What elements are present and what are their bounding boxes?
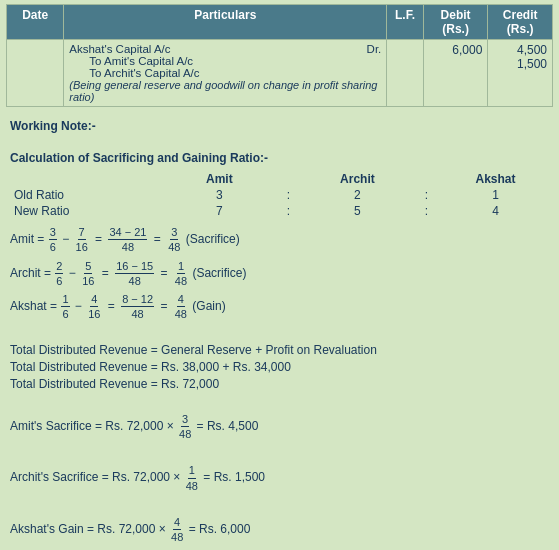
old-ratio-label: Old Ratio: [10, 187, 166, 203]
working-note-heading: Working Note:-: [10, 119, 549, 133]
header-debit: Debit(Rs.): [423, 5, 488, 40]
amit-sac-frac: 348: [178, 412, 192, 442]
header-particulars: Particulars: [64, 5, 387, 40]
particulars-line3: To Archit's Capital A/c: [69, 67, 381, 79]
ratio-sep1: [273, 171, 304, 187]
particulars-cell: Akshat's Capital A/c Dr. To Amit's Capit…: [64, 40, 387, 107]
amit-frac1: 36: [49, 225, 57, 255]
old-ratio-archit: 2: [304, 187, 411, 203]
archit-sacrifice: Archit's Sacrifice = Rs. 72,000 × 148 = …: [10, 463, 549, 493]
table-row: Akshat's Capital A/c Dr. To Amit's Capit…: [7, 40, 553, 107]
date-cell: [7, 40, 64, 107]
ratio-header-row: Amit Archit Akshat: [10, 171, 549, 187]
amit-frac3: 34 − 2148: [108, 225, 147, 255]
main-container: Date Particulars L.F. Debit(Rs.) Credit(…: [0, 0, 559, 550]
archit-frac1: 26: [55, 259, 63, 289]
journal-table: Date Particulars L.F. Debit(Rs.) Credit(…: [6, 4, 553, 107]
akshat-frac1: 16: [61, 292, 69, 322]
working-note-subheading: Calculation of Sacrificing and Gaining R…: [10, 151, 549, 165]
old-ratio-akshat: 1: [442, 187, 549, 203]
old-ratio-amit: 3: [166, 187, 273, 203]
ratio-sep2: [411, 171, 442, 187]
old-ratio-row: Old Ratio 3 : 2 : 1: [10, 187, 549, 203]
credit-cell: 4,500 1,500: [488, 40, 553, 107]
new-ratio-archit: 5: [304, 203, 411, 219]
total-line-1: Total Distributed Revenue = General Rese…: [10, 343, 549, 357]
archit-calculation: Archit = 26 − 516 = 16 − 1548 = 148 (Sac…: [10, 259, 549, 289]
new-ratio-label: New Ratio: [10, 203, 166, 219]
archit-sac-frac: 148: [185, 463, 199, 493]
total-line-2: Total Distributed Revenue = Rs. 38,000 +…: [10, 360, 549, 374]
particulars-note: (Being general reserve and goodwill on c…: [69, 79, 377, 103]
archit-frac2: 516: [81, 259, 95, 289]
total-line-3: Total Distributed Revenue = Rs. 72,000: [10, 377, 549, 391]
header-date: Date: [7, 5, 64, 40]
new-ratio-akshat: 4: [442, 203, 549, 219]
ratio-akshat-header: Akshat: [442, 171, 549, 187]
ratio-archit-header: Archit: [304, 171, 411, 187]
ratio-table: Amit Archit Akshat Old Ratio 3 : 2 : 1 N…: [10, 171, 549, 219]
amit-sacrifice: Amit's Sacrifice = Rs. 72,000 × 348 = Rs…: [10, 412, 549, 442]
table-section: Date Particulars L.F. Debit(Rs.) Credit(…: [0, 0, 559, 113]
debit-cell: 6,000: [423, 40, 488, 107]
particulars-line2: To Amit's Capital A/c: [69, 55, 381, 67]
akshat-calculation: Akshat = 16 − 416 = 8 − 1248 = 448 (Gain…: [10, 292, 549, 322]
ratio-amit-header: Amit: [166, 171, 273, 187]
akshat-frac3: 8 − 1248: [121, 292, 154, 322]
new-ratio-sep1: :: [273, 203, 304, 219]
old-ratio-sep1: :: [273, 187, 304, 203]
particulars-line1: Akshat's Capital A/c Dr.: [69, 43, 170, 55]
akshat-gain-frac: 448: [170, 515, 184, 545]
akshat-gain: Akshat's Gain = Rs. 72,000 × 448 = Rs. 6…: [10, 515, 549, 545]
new-ratio-row: New Ratio 7 : 5 : 4: [10, 203, 549, 219]
amit-frac4: 348: [167, 225, 181, 255]
archit-frac3: 16 − 1548: [115, 259, 154, 289]
akshat-frac4: 448: [174, 292, 188, 322]
old-ratio-sep2: :: [411, 187, 442, 203]
header-credit: Credit(Rs.): [488, 5, 553, 40]
lf-cell: [387, 40, 423, 107]
new-ratio-amit: 7: [166, 203, 273, 219]
new-ratio-sep2: :: [411, 203, 442, 219]
amit-calculation: Amit = 36 − 716 = 34 − 2148 = 348 (Sacri…: [10, 225, 549, 255]
ratio-empty-label: [10, 171, 166, 187]
working-note-section: Working Note:- Calculation of Sacrificin…: [0, 113, 559, 550]
amit-frac2: 716: [75, 225, 89, 255]
akshat-frac2: 416: [87, 292, 101, 322]
header-lf: L.F.: [387, 5, 423, 40]
archit-frac4: 148: [174, 259, 188, 289]
